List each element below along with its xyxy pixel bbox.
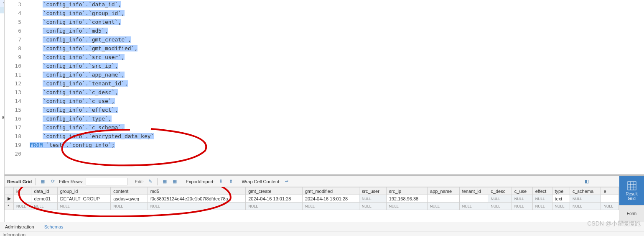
tool-icon-2[interactable]: ▦ (171, 178, 178, 185)
table-config-info[interactable]: ▶▦config_info (0, 13, 5, 20)
col-effect[interactable]: effect (532, 187, 552, 195)
row-handle[interactable]: ▶ (5, 195, 14, 203)
table-row: ▶demo01DEFAULT_GROUPasdas=qweqf0c3892512… (5, 195, 619, 203)
col-data_id[interactable]: data_id (31, 187, 57, 195)
col-c_desc[interactable]: c_desc (488, 187, 512, 195)
grid-view-icon[interactable]: ▦ (39, 178, 46, 185)
col-e[interactable]: e (601, 187, 619, 195)
table-group-capacity[interactable]: ▶▦group_capacity (0, 47, 5, 54)
tab-administration[interactable]: Administration (0, 223, 39, 231)
result-toolbar: Result Grid ▦ ⟳ Filter Rows: Edit: ✎ ▦ ▦… (5, 176, 619, 187)
schema-tree[interactable]: ▼🛢test ▼🛢Tables ▶▦config_info ▶▦config_i… (0, 0, 5, 222)
col-md5[interactable]: md5 (148, 187, 246, 195)
svg-rect-0 (628, 182, 636, 190)
table-config-info-tag[interactable]: ▶▦config_info_tag (0, 33, 5, 40)
result-table: iddata_idgroup_idcontentmd5gmt_creategmt… (5, 187, 619, 210)
import-icon[interactable]: ⬆ (227, 178, 234, 185)
col-content[interactable]: content (111, 187, 148, 195)
col-src_ip[interactable]: src_ip (386, 187, 427, 195)
filter-rows-label: Filter Rows: (59, 179, 83, 184)
bottom-tabs: Administration Schemas (0, 222, 644, 231)
table-tenant-info[interactable]: ▶▦tenant_info (0, 80, 5, 87)
cell-type[interactable]: text (552, 195, 570, 203)
filter-rows-input[interactable] (86, 178, 127, 185)
cell-gmt_create[interactable]: 2024-04-16 13:01:28 (246, 195, 303, 203)
side-tab-result-grid[interactable]: Result Grid (619, 176, 644, 205)
refresh-icon[interactable]: ⟳ (49, 178, 56, 185)
db-test[interactable]: ▼🛢test (0, 0, 4, 7)
col-tenant_id[interactable]: tenant_id (459, 187, 488, 195)
wrap-label: Wrap Cell Content: (242, 179, 280, 184)
export-import-label: Export/Import: (186, 179, 214, 184)
col-c_schema[interactable]: c_schema (570, 187, 601, 195)
views-folder[interactable]: 🛢Views (0, 94, 5, 100)
col-gmt_create[interactable]: gmt_create (246, 187, 303, 195)
table-config-info-beta[interactable]: ▶▦config_info_beta (0, 27, 5, 33)
table-config-tags-relation[interactable]: ▶▦config_tags_relation (0, 40, 5, 47)
edit-label: Edit: (135, 179, 144, 184)
stored-procs-folder[interactable]: 🛢Stored Procedures (0, 100, 5, 107)
cell-c_use[interactable]: NULL (512, 195, 532, 203)
table-tenant-capacity[interactable]: ▶▦tenant_capacity (0, 74, 5, 80)
tables-folder[interactable]: ▼🛢Tables (0, 7, 5, 13)
panel-toggle-icon[interactable]: ◧ (583, 177, 591, 185)
result-grid-data[interactable]: iddata_idgroup_idcontentmd5gmt_creategmt… (5, 187, 619, 222)
cell-src_user[interactable]: NULL (359, 195, 386, 203)
result-side-tabs: Result Grid Form (619, 176, 644, 222)
db-xdj[interactable]: ▶🛢xdj (0, 114, 4, 121)
cell-id[interactable] (14, 195, 31, 203)
grid-icon (627, 181, 637, 191)
cell-data_id[interactable]: demo01 (31, 195, 57, 203)
table-config-info-aggr[interactable]: ▶▦config_info_aggr (0, 20, 5, 27)
col-c_use[interactable]: c_use (512, 187, 532, 195)
cell-c_desc[interactable]: NULL (488, 195, 512, 203)
new-row-handle[interactable]: * (5, 203, 14, 210)
col-group_id[interactable]: group_id (57, 187, 111, 195)
table-null-row: *NULLNULLNULLNULLNULLNULLNULLNULLNULLNUL… (5, 203, 619, 210)
table-his-config-info[interactable]: ▶▦his_config_info (0, 54, 5, 60)
sql-editor[interactable]: 3456 78910 11121314 15161718 1920 `confi… (5, 0, 644, 174)
cell-src_ip[interactable]: 192.168.96.38 (386, 195, 427, 203)
line-numbers: 3456 78910 11121314 15161718 1920 (5, 0, 30, 174)
result-grid-label: Result Grid (7, 179, 32, 184)
cell-md5[interactable]: f0c38925124e44e20e1b07f8dfdee78a (148, 195, 246, 203)
status-bar: Information (0, 231, 644, 236)
col-src_user[interactable]: src_user (359, 187, 386, 195)
table-permissions[interactable]: ▶▦permissions (0, 60, 5, 67)
edit-icon[interactable]: ✎ (146, 178, 154, 185)
cell-app_name[interactable] (428, 195, 460, 203)
cell-e[interactable] (601, 195, 619, 203)
table-users[interactable]: ▶▦users (0, 87, 5, 94)
col-app_name[interactable]: app_name (428, 187, 460, 195)
tool-icon-1[interactable]: ▦ (161, 178, 168, 185)
table-roles[interactable]: ▶▦roles (0, 67, 5, 74)
functions-folder[interactable]: 🛢Functions (0, 107, 5, 114)
export-icon[interactable]: ⬇ (217, 178, 224, 185)
cell-effect[interactable]: NULL (532, 195, 552, 203)
col-id[interactable]: id (14, 187, 31, 195)
wrap-icon[interactable]: ↵ (283, 178, 290, 185)
cell-c_schema[interactable]: NULL (570, 195, 601, 203)
cell-gmt_modified[interactable]: 2024-04-16 13:01:28 (302, 195, 359, 203)
tab-schemas[interactable]: Schemas (39, 223, 69, 231)
side-tab-form[interactable]: Form (619, 205, 644, 222)
cell-group_id[interactable]: DEFAULT_GROUP (57, 195, 111, 203)
cell-content[interactable]: asdas=qweq (111, 195, 148, 203)
col-type[interactable]: type (552, 187, 570, 195)
cell-tenant_id[interactable] (459, 195, 488, 203)
col-gmt_modified[interactable]: gmt_modified (302, 187, 359, 195)
